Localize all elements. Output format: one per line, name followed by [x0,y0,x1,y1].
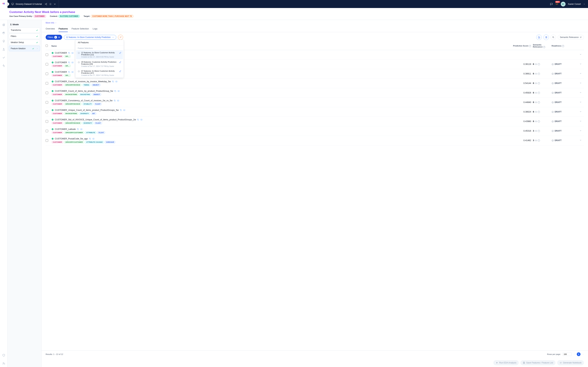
id-icon[interactable]: ID [117,100,119,102]
help-icon[interactable]: ? [538,130,540,132]
list-view-button[interactable] [543,34,549,40]
rows-per-page-input[interactable] [563,352,572,356]
search-button[interactable] [551,34,556,40]
id-icon[interactable]: ID [80,128,83,130]
feature-name[interactable]: CUSTOMER_Unique_Count_of_items_product_P… [55,109,119,111]
row-checkbox[interactable] [46,120,48,123]
expand-row-button[interactable] [577,82,584,85]
copy-icon[interactable] [137,118,139,121]
share-icon[interactable] [45,3,47,5]
row-checkbox[interactable] [46,130,48,132]
help-icon[interactable]: ? [538,63,540,65]
page-number[interactable]: 1 [577,352,580,356]
help-icon[interactable]: ? [543,46,545,48]
chevron-down-icon[interactable] [53,3,56,5]
expand-row-button[interactable] [577,130,584,132]
row-checkbox[interactable] [46,101,48,104]
nav-item-feature-ideation[interactable]: Feature Ideation [9,46,40,51]
feature-name[interactable]: CUSTOMER_Count_of_invoices_by_invoice_We… [55,80,111,83]
nav-item-filters[interactable]: Filters [9,33,40,39]
save-features-button[interactable]: Save Features / Feature List [521,360,555,365]
copy-icon[interactable] [89,138,91,140]
next-page-icon[interactable] [582,353,584,355]
copy-icon[interactable] [68,61,70,64]
id-icon[interactable]: ID [117,90,120,92]
external-link-icon[interactable] [119,70,121,72]
external-link-icon[interactable] [119,61,121,63]
flask-icon[interactable] [2,48,5,51]
help-icon[interactable]: ? [538,101,540,103]
tab-feature-selection[interactable]: Feature Selection [72,26,89,32]
col-readiness[interactable]: Readiness ? [552,45,577,47]
expand-row-button[interactable] [577,139,584,142]
help-icon[interactable]: ? [529,45,531,47]
expand-row-button[interactable] [577,101,584,104]
hand-icon[interactable] [2,32,5,34]
popover-all-features[interactable]: All Features [75,40,124,45]
expand-row-button[interactable] [577,110,584,113]
feature-selection-dropdown[interactable]: 12 features: In-Store Customer Activity … [64,35,116,40]
help-icon[interactable]: ? [538,120,540,123]
tab-logs[interactable]: Logs [93,26,97,32]
copy-icon[interactable] [114,100,116,102]
row-checkbox[interactable] [46,111,48,113]
help-icon[interactable]: ? [538,139,540,142]
nav-item-ideation-setup[interactable]: Ideation Setup [9,40,40,45]
feature-name[interactable]: CUSTOMER_Consistency_of_Count_of_invoice… [55,100,113,102]
avatar[interactable]: XC [561,2,565,7]
id-icon[interactable]: ID [71,71,74,73]
feature-name[interactable]: CUSTOMER_Latitude [55,128,76,130]
external-link-icon[interactable] [119,52,121,54]
row-checkbox[interactable] [46,63,48,66]
help-icon[interactable]: ? [538,92,540,94]
copy-icon[interactable] [120,109,122,111]
id-icon[interactable]: ID [92,138,95,140]
chat-icon[interactable] [550,3,553,6]
user-menu-chevron-icon[interactable] [583,3,585,5]
select-all-checkbox[interactable] [46,45,48,47]
lightbulb-icon[interactable] [2,40,5,43]
filters-button[interactable]: Filters 1 [46,35,62,40]
feature-name[interactable]: CUSTOMER_Std_of_INVOICE_Unique_Count_of_… [55,118,136,121]
generate-notebook-button[interactable]: Generate Notebook [557,360,584,365]
tab-features[interactable]: Features [58,26,68,32]
tab-overview[interactable]: Overview [46,26,55,32]
id-icon[interactable]: ID [71,52,74,54]
help-icon[interactable]: ? [562,45,564,47]
popover-selection-item[interactable]: 12 features: In-Store Customer Activity … [76,50,123,59]
feature-name[interactable]: CUSTOMER_Count_of_items_by_product_Produ… [55,90,113,92]
col-score[interactable]: Predictive Score ? [513,45,533,47]
id-icon[interactable]: ID [123,109,125,111]
row-checkbox[interactable] [46,92,48,94]
feature-name[interactable]: CUSTOMER [55,61,67,64]
sort-button[interactable]: Semantic Relevance [558,35,584,40]
run-eda-button[interactable]: Run EDA Analysis [493,360,519,365]
prev-page-icon[interactable] [573,353,575,355]
nav-item-transforms[interactable]: Transforms [9,27,40,33]
help-icon[interactable]: ? [538,73,540,75]
col-semantic[interactable]: Semantic Relevance ? [533,44,552,48]
notifications-button[interactable]: 999+ [555,2,558,6]
copy-icon[interactable] [68,52,70,54]
copy-icon[interactable] [112,80,114,83]
expand-row-button[interactable] [577,92,584,94]
collapse-sidebar-button[interactable] [6,2,9,6]
target-icon[interactable] [2,23,5,26]
expand-row-button[interactable] [577,72,584,75]
id-icon[interactable]: ID [71,61,74,64]
row-checkbox[interactable] [46,82,48,85]
id-icon[interactable]: ID [140,118,143,121]
check-icon[interactable] [2,56,5,59]
magic-wand-button[interactable] [118,35,123,40]
more-info-link[interactable]: More Info [46,20,584,24]
id-icon[interactable]: ID [115,80,118,83]
row-checkbox[interactable] [46,139,48,142]
popover-selection-item[interactable]: 47 features: In-Store Customer Activity … [75,69,124,78]
expand-row-button[interactable] [577,63,584,66]
help-icon[interactable]: ? [538,111,540,113]
shield-icon[interactable] [2,354,5,357]
row-checkbox[interactable] [46,73,48,75]
row-checkbox[interactable] [46,53,48,56]
export-csv-button[interactable]: CSV [536,34,542,40]
copy-icon[interactable] [114,90,116,92]
